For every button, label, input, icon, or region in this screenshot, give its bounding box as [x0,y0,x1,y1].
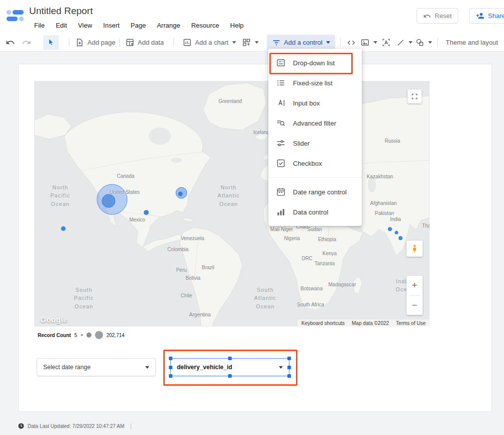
add-page-button[interactable]: Add page [72,35,118,50]
embed-code-button[interactable] [344,35,359,50]
add-chart-icon [182,38,192,47]
slider-icon [276,138,286,148]
selection-handle[interactable] [287,357,291,360]
google-maps-logo: Google [40,315,68,324]
date-range-control[interactable]: Select date range [37,358,156,376]
selection-handle[interactable] [169,357,172,360]
reset-icon [423,12,431,20]
add-chart-button[interactable]: Add a chart [180,35,239,50]
menu-arrange[interactable]: Arrange [151,20,185,31]
legend-max-value: 202,714 [107,333,125,338]
chevron-down-icon [409,41,413,44]
menu-view[interactable]: View [72,20,97,31]
share-button[interactable]: Share [469,8,504,24]
menu-item-label: Drop-down list [293,59,335,67]
dropdown-list-icon [276,58,286,68]
report-canvas[interactable]: Greenland Iceland Canada United States M… [0,52,504,435]
menu-file[interactable]: File [29,20,50,31]
delivery-vehicle-id-control[interactable]: delivery_vehicle_id [170,358,289,376]
add-chart-label: Add a chart [195,39,229,46]
menu-insert[interactable]: Insert [97,20,125,31]
data-last-updated: Data Last Updated: 7/29/2022 10:47:27 AM [28,423,124,429]
zoom-in-button[interactable]: + [407,276,423,295]
person-add-icon [476,12,484,20]
line-tool-button[interactable] [393,35,415,50]
reset-button[interactable]: Reset [417,8,458,24]
legend-min-value: 5 [74,333,77,338]
field-control-label: delivery_vehicle_id [177,364,232,371]
undo-button[interactable] [3,35,18,50]
selection-handle[interactable] [287,366,291,369]
chevron-down-icon [428,41,432,44]
selection-handle[interactable] [169,374,172,378]
community-visualizations-button[interactable] [239,35,261,50]
map-data-label: Map data ©2022 [352,320,389,326]
footer-divider [131,423,131,429]
menu-item-label: Data control [293,208,328,216]
insert-image-button[interactable] [358,35,380,50]
add-data-label: Add data [138,39,164,46]
menu-edit[interactable]: Edit [50,20,72,31]
menu-item-label: Date range control [293,188,347,196]
add-data-icon [125,38,135,47]
map-label: Bolivia [185,275,200,281]
map-label: Mali [270,227,279,232]
menu-item-input-box[interactable]: Input box [268,93,362,113]
menu-resource[interactable]: Resource [185,20,225,31]
menu-item-advanced-filter[interactable]: Advanced filter [268,113,362,133]
map-label: Colombia [167,247,188,252]
footer-status-bar: Data Last Updated: 7/29/2022 10:47:27 AM [18,423,131,429]
fixed-size-list-icon [276,78,286,88]
pegman-street-view-button[interactable] [407,241,423,257]
menu-item-data-control[interactable]: Data control [268,202,362,222]
menu-item-label: Fixed-size list [293,79,333,87]
theme-and-layout-button[interactable]: Theme and layout [443,35,500,50]
data-studio-logo-icon[interactable] [7,9,24,22]
add-a-control-button[interactable]: Add a control [267,35,335,50]
filter-list-icon [272,38,281,47]
menu-item-checkbox[interactable]: Checkbox [268,153,362,173]
selection-handle[interactable] [287,374,291,378]
add-control-dropdown-menu: Drop-down list Fixed-size list Input box… [268,49,362,226]
keyboard-shortcuts-link[interactable]: Keyboard shortcuts [301,320,345,326]
select-tool-button[interactable] [43,35,59,50]
shape-tool-button[interactable] [413,35,435,50]
report-page[interactable]: Greenland Iceland Canada United States M… [18,64,492,412]
map-label: Afghanistan [370,200,397,206]
zoom-out-button[interactable]: − [407,296,423,315]
selection-handle[interactable] [228,374,232,378]
fullscreen-button[interactable] [408,89,422,103]
map-label: Thailand [422,223,430,229]
pegman-icon [410,244,419,253]
ocean-label: North Atlantic Ocean [218,183,240,208]
menu-divider [268,177,362,178]
map-label: Sudan [308,227,322,232]
add-page-icon [75,38,84,47]
menu-help[interactable]: Help [225,20,249,31]
terms-of-use-link[interactable]: Terms of Use [396,320,426,326]
map-label: United States [110,189,140,195]
fullscreen-icon [411,92,419,100]
menu-item-date-range-control[interactable]: Date range control [268,182,362,202]
map-label: Nigeria [284,236,300,241]
menu-page[interactable]: Page [125,20,151,31]
add-data-button[interactable]: Add data [123,35,166,50]
menu-item-dropdown-list[interactable]: Drop-down list [268,53,362,73]
community-viz-icon [242,38,251,47]
legend-bubble-small [81,334,83,336]
report-title[interactable]: Untitled Report [29,6,93,17]
code-icon [346,38,356,48]
ocean-label: South Atlantic Ocean [254,286,276,310]
bubble-map-chart[interactable]: Greenland Iceland Canada United States M… [34,81,430,327]
chevron-down-icon [373,41,377,44]
map-label: Chile [181,293,192,298]
selection-handle[interactable] [228,357,232,360]
map-label: India [390,216,401,222]
map-label: Canada [117,173,134,179]
menu-item-fixed-size-list[interactable]: Fixed-size list [268,73,362,93]
selection-handle[interactable] [169,366,172,369]
redo-button[interactable] [19,35,34,50]
map-label: Kenya [323,251,337,256]
text-box-button[interactable] [379,35,393,50]
menu-item-slider[interactable]: Slider [268,133,362,153]
